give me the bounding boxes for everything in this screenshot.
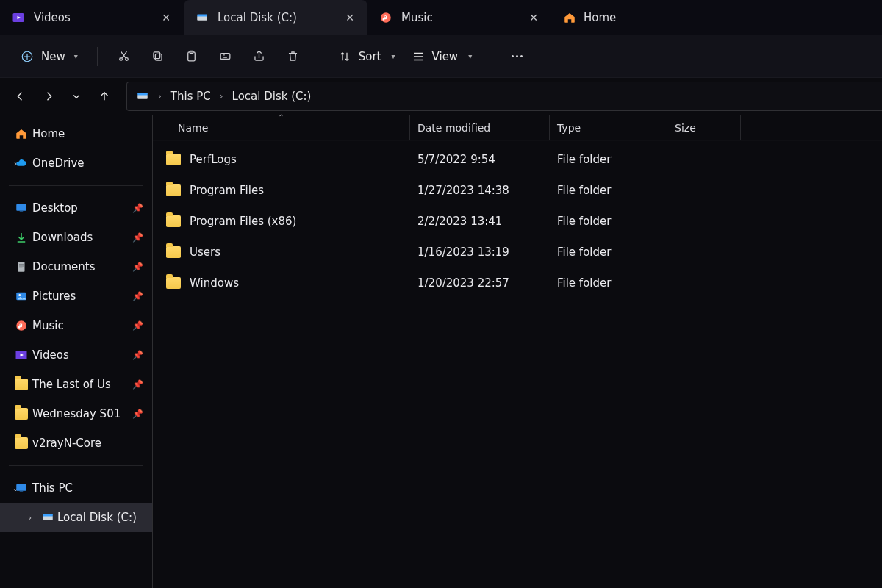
cut-button[interactable] xyxy=(110,42,139,71)
sort-icon xyxy=(338,50,351,63)
home-icon xyxy=(563,11,576,24)
folder-icon xyxy=(166,184,181,196)
sidebar-item-this-pc[interactable]: ⌄ This PC xyxy=(0,473,152,503)
file-date: 1/16/2023 13:19 xyxy=(410,245,550,259)
file-name: Users xyxy=(190,245,220,259)
file-list: PerfLogs5/7/2022 9:54File folderProgram … xyxy=(153,141,882,298)
folder-icon xyxy=(166,215,181,227)
breadcrumb-label: This PC xyxy=(171,90,211,103)
close-icon[interactable]: ✕ xyxy=(160,12,172,24)
svg-rect-8 xyxy=(154,52,160,59)
picture-icon xyxy=(15,290,28,303)
delete-button[interactable] xyxy=(279,42,308,71)
svg-rect-13 xyxy=(137,93,148,96)
divider xyxy=(97,47,98,66)
folder-icon xyxy=(166,246,181,258)
sidebar-item-pictures[interactable]: Pictures📌 xyxy=(0,282,152,311)
sidebar-item-label: v2rayN-Core xyxy=(32,437,101,450)
sidebar-item-label: OneDrive xyxy=(32,157,85,170)
file-date: 1/27/2023 14:38 xyxy=(410,184,550,197)
forward-button[interactable] xyxy=(35,83,62,110)
sort-label: Sort xyxy=(359,50,381,63)
new-button[interactable]: New ▾ xyxy=(13,46,85,68)
sidebar-item-desktop[interactable]: Desktop📌 xyxy=(0,193,152,223)
pin-icon: 📌 xyxy=(132,350,143,360)
breadcrumb-label: Local Disk (C:) xyxy=(232,90,312,103)
folder-icon xyxy=(166,154,181,165)
tab-videos[interactable]: Videos ✕ xyxy=(0,0,184,35)
column-header-date[interactable]: Date modified xyxy=(410,115,550,140)
desktop-icon xyxy=(15,201,28,215)
file-name: Program Files xyxy=(190,184,264,197)
column-label: Date modified xyxy=(417,122,490,134)
sidebar-item-onedrive[interactable]: › OneDrive xyxy=(0,148,152,178)
column-header-name[interactable]: ⌃ Name xyxy=(153,115,410,140)
chevron-down-icon: ▾ xyxy=(468,52,472,60)
toolbar: New ▾ Sort ▾ View ▾ xyxy=(0,35,882,78)
sidebar-item-documents[interactable]: Documents📌 xyxy=(0,252,152,282)
sidebar-item-label: Documents xyxy=(32,260,96,273)
tab-label: Music xyxy=(401,11,519,24)
chevron-down-icon: ▾ xyxy=(392,52,395,60)
close-icon[interactable]: ✕ xyxy=(528,12,539,24)
address-bar[interactable]: › This PC › Local Disk (C:) xyxy=(126,82,882,111)
sidebar-item-music[interactable]: Music📌 xyxy=(0,311,152,340)
table-row[interactable]: Users1/16/2023 13:19File folder xyxy=(153,237,882,268)
tab-local-disk[interactable]: Local Disk (C:) ✕ xyxy=(184,0,368,35)
divider xyxy=(320,47,320,66)
tab-music[interactable]: Music ✕ xyxy=(368,0,551,35)
music-icon xyxy=(15,319,28,332)
table-row[interactable]: Program Files1/27/2023 14:38File folder xyxy=(153,175,882,206)
back-button[interactable] xyxy=(7,83,34,110)
copy-button[interactable] xyxy=(143,42,173,71)
rename-button[interactable] xyxy=(211,42,240,71)
tab-bar: Videos ✕ Local Disk (C:) ✕ Music ✕ Home xyxy=(0,0,882,35)
sort-button[interactable]: Sort ▾ xyxy=(332,46,401,68)
tab-home[interactable]: Home xyxy=(551,0,639,35)
table-row[interactable]: Windows1/20/2023 22:57File folder xyxy=(153,268,882,298)
svg-point-6 xyxy=(126,58,129,61)
view-button[interactable]: View ▾ xyxy=(406,46,478,68)
pin-icon: 📌 xyxy=(132,379,143,390)
file-type: File folder xyxy=(550,245,667,259)
svg-rect-12 xyxy=(137,95,148,99)
sidebar-item-v2rayn-core[interactable]: v2rayN-Core xyxy=(0,429,152,458)
column-header-type[interactable]: Type xyxy=(550,115,667,140)
sidebar-item-wednesday-s01[interactable]: Wednesday S01📌 xyxy=(0,399,152,429)
music-icon xyxy=(379,11,392,24)
sidebar-item-local-disk[interactable]: › Local Disk (C:) xyxy=(0,503,152,532)
nav-row: › This PC › Local Disk (C:) xyxy=(0,78,882,115)
view-label: View xyxy=(432,50,459,63)
new-label: New xyxy=(41,50,65,63)
table-row[interactable]: Program Files (x86)2/2/2023 13:41File fo… xyxy=(153,206,882,237)
close-icon[interactable]: ✕ xyxy=(344,12,356,24)
svg-rect-17 xyxy=(19,264,24,265)
up-button[interactable] xyxy=(91,83,118,110)
recent-button[interactable] xyxy=(63,83,90,110)
column-headers: ⌃ Name Date modified Type Size xyxy=(153,115,882,141)
divider xyxy=(9,465,143,466)
file-date: 2/2/2023 13:41 xyxy=(410,215,550,228)
more-button[interactable] xyxy=(502,42,531,71)
file-date: 1/20/2023 22:57 xyxy=(410,276,550,290)
home-icon xyxy=(15,127,28,140)
sidebar-item-label: Downloads xyxy=(32,231,93,244)
sidebar-item-the-last-of-us[interactable]: The Last of Us📌 xyxy=(0,370,152,399)
sidebar-item-home[interactable]: Home xyxy=(0,119,152,148)
chevron-right-icon[interactable]: › xyxy=(25,513,35,523)
paste-button[interactable] xyxy=(177,42,207,71)
pin-icon: 📌 xyxy=(132,232,143,243)
sidebar-item-videos[interactable]: Videos📌 xyxy=(0,340,152,370)
sidebar-item-downloads[interactable]: Downloads📌 xyxy=(0,223,152,252)
column-label: Type xyxy=(557,122,581,134)
pin-icon: 📌 xyxy=(132,320,143,331)
document-icon xyxy=(15,260,28,273)
breadcrumb-local-disk[interactable]: Local Disk (C:) xyxy=(232,90,312,103)
column-header-size[interactable]: Size xyxy=(667,115,741,140)
svg-rect-1 xyxy=(197,16,207,21)
share-button[interactable] xyxy=(245,42,274,71)
svg-rect-19 xyxy=(19,268,23,268)
sidebar-item-label: The Last of Us xyxy=(32,378,111,391)
table-row[interactable]: PerfLogs5/7/2022 9:54File folder xyxy=(153,144,882,175)
breadcrumb-this-pc[interactable]: This PC xyxy=(171,90,211,103)
